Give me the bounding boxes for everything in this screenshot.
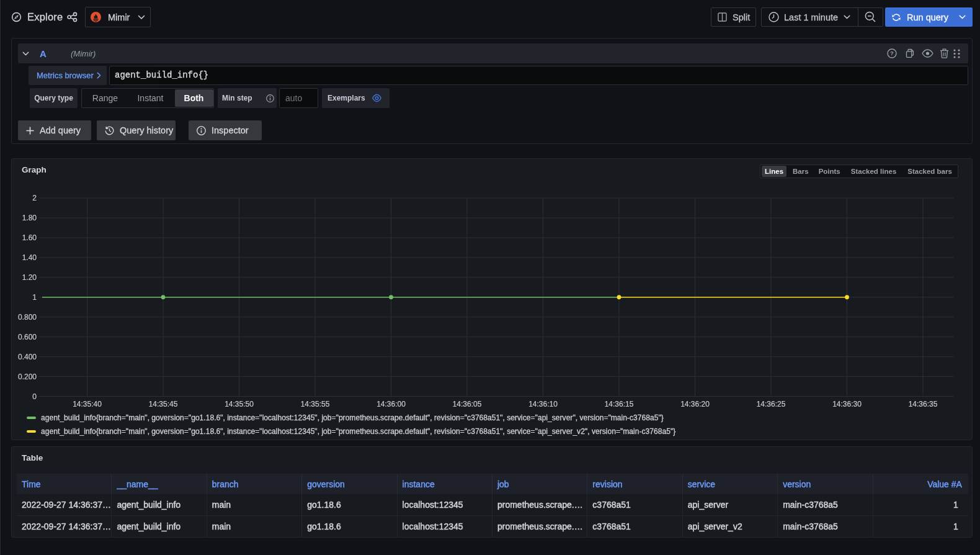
svg-text:1.60: 1.60 [22, 233, 37, 242]
svg-text:14:36:05: 14:36:05 [453, 400, 482, 408]
svg-text:1.80: 1.80 [22, 214, 37, 222]
svg-text:0.600: 0.600 [18, 333, 37, 341]
svg-text:14:35:55: 14:35:55 [301, 400, 330, 408]
svg-text:14:36:25: 14:36:25 [757, 400, 786, 408]
svg-text:14:36:35: 14:36:35 [909, 400, 938, 408]
svg-text:14:36:00: 14:36:00 [376, 400, 406, 408]
svg-text:?: ? [890, 50, 894, 56]
svg-text:1.20: 1.20 [22, 273, 37, 282]
svg-text:0.200: 0.200 [18, 372, 37, 381]
svg-text:14:36:15: 14:36:15 [605, 400, 634, 408]
svg-text:0: 0 [32, 392, 37, 401]
svg-text:14:36:30: 14:36:30 [832, 400, 862, 408]
svg-text:1: 1 [32, 293, 37, 302]
svg-text:0.800: 0.800 [18, 313, 37, 322]
svg-text:14:36:20: 14:36:20 [680, 400, 710, 408]
svg-text:1.40: 1.40 [22, 253, 37, 262]
svg-text:14:35:40: 14:35:40 [73, 400, 102, 408]
svg-text:2: 2 [32, 194, 37, 202]
svg-text:14:35:50: 14:35:50 [225, 400, 254, 408]
svg-text:14:35:45: 14:35:45 [149, 400, 178, 408]
svg-text:14:36:10: 14:36:10 [528, 400, 558, 408]
svg-text:0.400: 0.400 [18, 353, 37, 361]
